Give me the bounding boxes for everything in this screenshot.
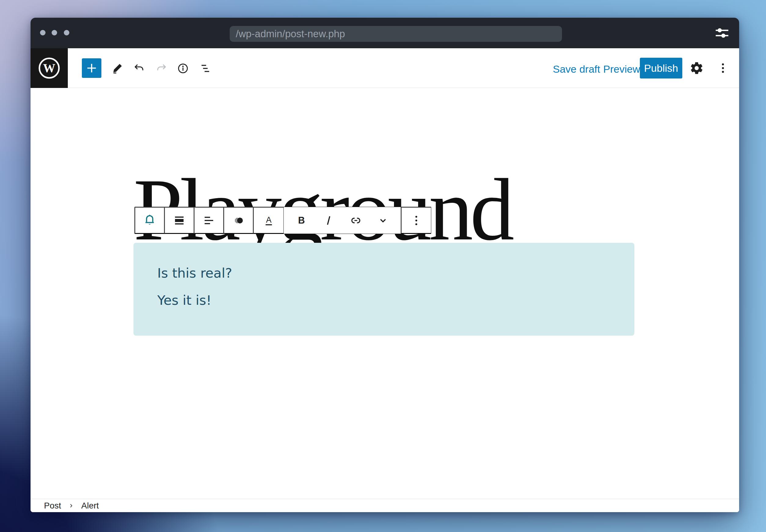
link-icon — [349, 213, 363, 228]
options-menu-button[interactable] — [716, 61, 730, 75]
italic-icon — [322, 213, 336, 228]
alert-paragraph[interactable]: Yes it is! — [157, 293, 616, 308]
info-icon — [177, 62, 189, 75]
list-view-icon — [200, 62, 212, 75]
wordpress-logo[interactable]: W — [31, 48, 68, 88]
publish-button[interactable]: Publish — [640, 58, 682, 78]
list-view-button[interactable] — [200, 62, 212, 75]
kebab-menu-icon — [716, 61, 730, 75]
text-align-button[interactable] — [194, 207, 224, 234]
details-button[interactable] — [177, 62, 189, 75]
align-none-icon — [172, 213, 186, 228]
bold-icon: B — [294, 213, 308, 228]
svg-text:B: B — [298, 215, 305, 225]
browser-window: /wp-admin/post-new.php W — [31, 18, 739, 512]
window-control-dot[interactable] — [40, 30, 46, 35]
alert-paragraph[interactable]: Is this real? — [157, 266, 616, 280]
redo-button[interactable] — [155, 62, 167, 75]
kebab-menu-icon — [409, 213, 423, 228]
editor-canvas: Playground — [31, 88, 739, 512]
rich-text-format-group: B — [284, 207, 401, 234]
text-color-icon: A — [262, 213, 276, 228]
block-align-button[interactable] — [164, 207, 194, 234]
editor-header: W — [31, 48, 739, 88]
link-button[interactable] — [349, 213, 363, 228]
breadcrumb-block[interactable]: Alert — [81, 501, 99, 511]
plus-icon — [84, 58, 100, 78]
block-options-button[interactable] — [401, 207, 431, 234]
settings-button[interactable] — [690, 61, 704, 75]
duotone-filter-button[interactable] — [224, 207, 253, 234]
block-breadcrumb-bar: Post Alert — [31, 499, 739, 512]
wp-logo-letter: W — [43, 61, 55, 75]
highlight-color-button[interactable]: A — [253, 207, 284, 234]
chevron-right-icon — [68, 502, 75, 509]
alert-block-type-button[interactable] — [135, 207, 164, 234]
more-formats-button[interactable] — [376, 213, 390, 228]
preview-button[interactable]: Preview — [603, 63, 640, 75]
alert-block[interactable]: Is this real? Yes it is! — [133, 243, 634, 336]
block-toolbar: A B — [134, 207, 431, 234]
edit-mode-button[interactable] — [111, 62, 123, 75]
sliders-settings-icon[interactable] — [714, 25, 730, 41]
address-bar[interactable]: /wp-admin/post-new.php — [230, 26, 562, 42]
block-inserter-button[interactable] — [82, 58, 101, 78]
save-draft-button[interactable]: Save draft — [553, 63, 600, 75]
gear-icon — [690, 61, 704, 75]
italic-button[interactable] — [322, 213, 336, 228]
pencil-icon — [111, 62, 123, 75]
window-control-dot[interactable] — [64, 30, 69, 35]
redo-icon — [155, 62, 167, 75]
align-text-left-icon — [202, 213, 216, 228]
chevron-down-icon — [376, 213, 390, 228]
undo-icon — [133, 62, 145, 75]
breadcrumb-post[interactable]: Post — [44, 501, 61, 511]
undo-button[interactable] — [133, 62, 145, 75]
bell-icon — [142, 213, 158, 228]
svg-text:A: A — [266, 215, 272, 224]
window-control-dot[interactable] — [52, 30, 57, 35]
duotone-icon — [232, 213, 246, 228]
bold-button[interactable]: B — [294, 213, 308, 228]
browser-titlebar: /wp-admin/post-new.php — [31, 18, 739, 48]
